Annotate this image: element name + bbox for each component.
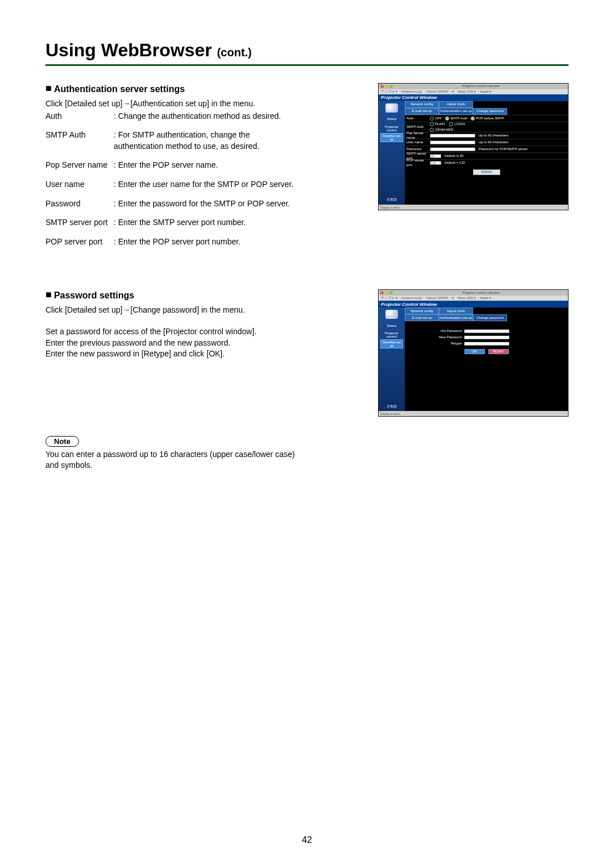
auth-heading: Authentication server settings bbox=[45, 83, 296, 95]
tab-network-config[interactable]: Network config bbox=[405, 101, 439, 108]
auth-row-password: Password Password for POP/SMTP server. bbox=[405, 146, 568, 152]
tab-authentication-setup[interactable]: Authentication set up bbox=[439, 108, 473, 115]
tab-item[interactable]: ▾ bbox=[452, 296, 454, 300]
smtp-port-input[interactable]: 25 bbox=[430, 154, 441, 158]
window-titlebar: Projector control window bbox=[379, 84, 568, 89]
tab-item[interactable]: Apple ▾ bbox=[480, 296, 491, 300]
sidebar-item-status[interactable]: Status bbox=[380, 115, 403, 124]
close-icon[interactable] bbox=[380, 85, 384, 88]
pop-port-input[interactable]: 110 bbox=[430, 161, 441, 165]
sidebar-item-projector-control[interactable]: Projector control bbox=[380, 124, 403, 133]
def-value: Enter the SMTP server port number. bbox=[114, 217, 296, 229]
row-label: User name bbox=[405, 140, 430, 144]
tab-network-config[interactable]: Network config bbox=[405, 308, 439, 314]
tab-item[interactable]: アップル ▾ bbox=[381, 296, 397, 300]
radio-pop-before-smtp[interactable]: POP before SMTP bbox=[471, 117, 504, 121]
def-label: User name bbox=[45, 179, 114, 190]
password-text-column: Password settings Click [Detailed set up… bbox=[45, 289, 296, 471]
row-label: Password bbox=[405, 147, 430, 151]
def-label: SMTP server port bbox=[45, 217, 114, 229]
pop-server-input[interactable] bbox=[430, 134, 475, 138]
radio-cram-md5[interactable]: CRAM-MD5 bbox=[430, 128, 465, 132]
radio-off[interactable]: OFF bbox=[430, 117, 442, 121]
minimize-icon[interactable] bbox=[385, 85, 388, 88]
tab-adjust-clock[interactable]: Adjust clock bbox=[439, 101, 473, 108]
tab-authentication-setup[interactable]: Authentication set up bbox=[439, 314, 473, 321]
radio-plain[interactable]: PLAIN bbox=[430, 122, 445, 126]
row-label: POP server port bbox=[405, 159, 430, 167]
auth-row-username: User name Up to 63 characters. bbox=[405, 139, 568, 146]
title-main: Using WebBrowser bbox=[45, 40, 217, 60]
tab-item[interactable]: Amazon.co.jp bbox=[401, 90, 422, 94]
auth-row-smtpauth: SMTP Auth PLAIN LOGIN CRAM-MD5 bbox=[405, 122, 568, 132]
tab-item[interactable]: Amazon.co.jp bbox=[401, 296, 422, 300]
def-value: Enter the POP server port number. bbox=[114, 236, 296, 248]
sidebar-item-detailed-setup[interactable]: Detailed set up bbox=[380, 339, 403, 348]
window-header: Projector Control Window bbox=[379, 94, 568, 101]
auth-screenshot: Projector control window アップル ▾ Amazon.c… bbox=[378, 83, 569, 227]
sidebar-item-language[interactable]: 日本語 bbox=[380, 196, 403, 205]
tab-change-password[interactable]: Change password bbox=[473, 314, 507, 321]
ok-button[interactable]: OK bbox=[464, 349, 485, 354]
window-title: Projector control window bbox=[462, 291, 499, 295]
username-input[interactable] bbox=[430, 140, 475, 144]
auth-text-column: Authentication server settings Click [De… bbox=[45, 83, 296, 255]
auth-form: Auth OFF SMTP Auth POP before SMTP SMTP … bbox=[405, 115, 568, 175]
def-label: Password bbox=[45, 198, 114, 210]
tab-adjust-clock[interactable]: Adjust clock bbox=[439, 308, 473, 314]
radio-smtp-auth[interactable]: SMTP Auth bbox=[445, 117, 467, 121]
tab-change-password[interactable]: Change password bbox=[473, 108, 507, 115]
auth-row-auth: Auth OFF SMTP Auth POP before SMTP bbox=[405, 115, 568, 122]
main-pane: Network config Adjust clock E-mail set u… bbox=[405, 308, 568, 411]
minimize-icon[interactable] bbox=[385, 291, 388, 294]
retype-password-input[interactable] bbox=[464, 342, 509, 346]
password-section: Password settings Click [Detailed set up… bbox=[45, 289, 569, 471]
row-label: Retype bbox=[405, 342, 464, 346]
sidebar-item-status[interactable]: Status bbox=[380, 321, 403, 330]
tab-email-setup[interactable]: E-mail set up bbox=[405, 108, 439, 115]
top-button-row-1: Network config Adjust clock bbox=[405, 308, 568, 314]
window-body: Status Projector control Detailed set up… bbox=[379, 308, 568, 411]
row-label: Old Password bbox=[405, 329, 464, 333]
tab-item[interactable]: アップル ▾ bbox=[381, 90, 397, 94]
row-retype: Retype bbox=[405, 340, 568, 347]
note-body: You can enter a password up to 16 charac… bbox=[45, 449, 296, 471]
zoom-icon[interactable] bbox=[389, 85, 393, 88]
tab-item[interactable]: ▾ bbox=[452, 90, 454, 94]
tab-item[interactable]: Yahoo! JAPAN bbox=[426, 90, 448, 94]
password-intro: Click [Detailed set up]→[Change password… bbox=[45, 305, 296, 316]
status-bar: Display a menu. bbox=[379, 411, 568, 416]
auth-row-smtpport: SMTP server port 25 Default is 25 bbox=[405, 152, 568, 159]
close-icon[interactable] bbox=[380, 291, 384, 294]
row-new-password: New Password bbox=[405, 334, 568, 340]
def-label: Pop Server name bbox=[45, 160, 114, 171]
new-password-input[interactable] bbox=[464, 335, 509, 339]
password-input[interactable] bbox=[430, 147, 475, 151]
row-label: SMTP Auth bbox=[405, 125, 430, 129]
tab-item[interactable]: Yahoo! JAPAN bbox=[426, 296, 448, 300]
sidebar-item-language[interactable]: 日本語 bbox=[380, 402, 403, 411]
auth-row-popserver: Pop Server name Up to 63 characters. bbox=[405, 132, 568, 139]
submit-button[interactable]: Submit bbox=[473, 169, 500, 175]
sidebar-item-projector-control[interactable]: Projector control bbox=[380, 330, 403, 339]
window-titlebar: Projector control window bbox=[379, 290, 568, 296]
tab-item[interactable]: News (53) ▾ bbox=[458, 90, 476, 94]
tab-email-setup[interactable]: E-mail set up bbox=[405, 314, 439, 321]
password-heading: Password settings bbox=[45, 289, 296, 301]
zoom-icon[interactable] bbox=[389, 291, 393, 294]
sidebar-item-detailed-setup[interactable]: Detailed set up bbox=[380, 133, 403, 142]
window-title: Projector control window bbox=[462, 84, 499, 88]
main-pane: Network config Adjust clock E-mail set u… bbox=[405, 101, 568, 205]
auth-section: Authentication server settings Click [De… bbox=[45, 83, 569, 255]
window-body: Status Projector control Detailed set up… bbox=[379, 101, 568, 205]
top-button-row-1: Network config Adjust clock bbox=[405, 101, 568, 108]
note-label: Note bbox=[45, 436, 79, 447]
auth-deflist: AuthChange the authentication method as … bbox=[45, 111, 296, 248]
window-header: Projector Control Window bbox=[379, 301, 568, 308]
tab-item[interactable]: News (53) ▾ bbox=[458, 296, 476, 300]
row-note: Up to 63 characters. bbox=[479, 134, 509, 138]
tab-item[interactable]: Apple ▾ bbox=[480, 90, 491, 94]
radio-login[interactable]: LOGIN bbox=[449, 122, 465, 126]
old-password-input[interactable] bbox=[464, 329, 509, 333]
reset-button[interactable]: RESET bbox=[488, 349, 509, 354]
